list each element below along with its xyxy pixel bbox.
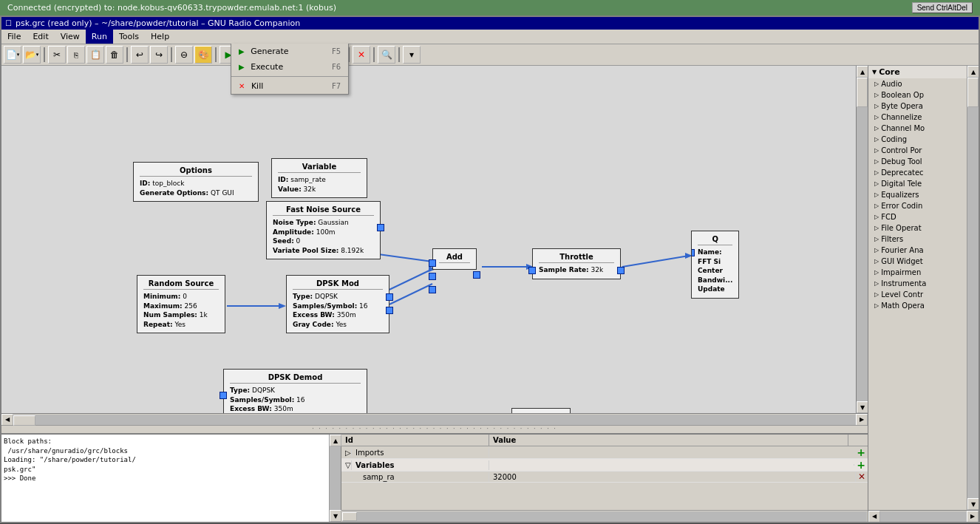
props-imports-id: Imports <box>352 448 489 457</box>
tree-item-controlpor[interactable]: ▷ Control Por <box>868 145 967 156</box>
props-hscroll-track[interactable] <box>342 511 867 522</box>
tree-item-fcd[interactable]: ▷ FCD <box>868 211 967 222</box>
tree-hscroll-track[interactable] <box>880 511 967 522</box>
tree-hscroll-left[interactable]: ◀ <box>868 511 880 523</box>
new-button[interactable]: 📄▾ <box>4 46 21 64</box>
tree-hscroll[interactable]: ◀ ▶ <box>868 510 979 522</box>
tree-item-booleanop[interactable]: ▷ Boolean Op <box>868 89 967 101</box>
delete-button[interactable]: 🗑 <box>106 46 123 64</box>
canvas-vscroll[interactable]: ▲ ▼ <box>856 66 868 413</box>
send-ctrl-alt-del-button[interactable]: Send CtrlAltDel <box>912 2 973 13</box>
log-vscroll[interactable]: ▲ ▼ <box>329 435 341 522</box>
log-vscroll-track[interactable] <box>330 446 341 510</box>
null-sink-block[interactable]: Null Sink <box>511 408 571 413</box>
search-button[interactable]: 🔍 <box>378 46 395 64</box>
q-in-port <box>691 249 695 256</box>
redo-button[interactable]: ↪ <box>150 46 168 64</box>
kill-icon: ✕ <box>239 82 245 90</box>
tree-vscroll[interactable]: ▲ ▼ <box>967 66 979 510</box>
zoom-color-button[interactable]: 🎨 <box>194 46 212 64</box>
close-x-button[interactable]: ✕ <box>353 46 370 64</box>
tree-vscroll-down[interactable]: ▼ <box>967 498 979 510</box>
random-source-block[interactable]: Random Source Minimum: 0 Maximum: 256 Nu… <box>137 275 225 333</box>
open-button[interactable]: 📂▾ <box>23 46 41 64</box>
throttle-title: Throttle <box>539 253 614 263</box>
options-title: Options <box>140 166 252 177</box>
canvas-vscroll-up[interactable]: ▲ <box>857 66 868 78</box>
tree-fcd-arrow: ▷ <box>874 214 879 220</box>
undo-button[interactable]: ↩ <box>131 46 149 64</box>
dpsk-mod-block[interactable]: DPSK Mod Type: DQPSK Samples/Symbol: 16 … <box>286 275 389 333</box>
splitter[interactable]: · · · · · · · · · · · · · · · · · · · · … <box>1 425 868 433</box>
tree-item-levelcontr[interactable]: ▷ Level Contr <box>868 289 967 300</box>
canvas-vscroll-thumb[interactable] <box>857 78 868 107</box>
menu-edit[interactable]: Edit <box>27 30 54 44</box>
tree-item-impairmen[interactable]: ▷ Impairmen <box>868 267 967 278</box>
expand-button[interactable]: ▾ <box>403 46 421 64</box>
menu-run[interactable]: Run <box>86 30 113 44</box>
tree-digitaltele-arrow: ▷ <box>874 180 879 187</box>
copy-button[interactable]: ⎘ <box>67 46 85 64</box>
tree-item-mathopera[interactable]: ▷ Math Opera <box>868 300 967 311</box>
dpsk-demod-block[interactable]: DPSK Demod Type: DQPSK Samples/Symbol: 1… <box>223 369 367 413</box>
menu-view[interactable]: View <box>55 30 86 44</box>
props-imports-expand[interactable]: ▷ <box>341 448 352 457</box>
tree-item-debugtool[interactable]: ▷ Debug Tool <box>868 156 967 167</box>
tree-root-core[interactable]: ▼ Core <box>868 66 967 78</box>
flow-canvas[interactable]: Options ID: top_block Generate Options: … <box>1 66 856 413</box>
tree-item-deprecated[interactable]: ▷ Deprecatec <box>868 167 967 178</box>
canvas-vscroll-down[interactable]: ▼ <box>857 401 868 413</box>
tree-item-audio[interactable]: ▷ Audio <box>868 78 967 89</box>
tree-equalizers-arrow: ▷ <box>874 191 879 198</box>
log-vscroll-up[interactable]: ▲ <box>330 435 341 446</box>
props-row-samprate: samp_ra 32000 ✕ <box>341 472 868 483</box>
tree-vscroll-track[interactable] <box>967 78 979 498</box>
variable-block[interactable]: Variable ID: samp_rate Value: 32k <box>271 158 367 198</box>
canvas-hscroll-track[interactable] <box>13 415 856 425</box>
options-block[interactable]: Options ID: top_block Generate Options: … <box>133 162 259 202</box>
q-block[interactable]: Q Name: FFT Si Center Bandwi... Update <box>691 231 739 299</box>
dpsk-mod-bw: Excess BW: 350m <box>293 310 383 320</box>
add-in-port1 <box>429 259 436 267</box>
dpsk-mod-out-port1 <box>386 293 393 301</box>
canvas-hscroll-thumb[interactable] <box>13 415 35 426</box>
menu-kill[interactable]: ✕ Kill F7 <box>231 78 348 94</box>
paste-button[interactable]: 📋 <box>86 46 104 64</box>
canvas-hscroll-right[interactable]: ▶ <box>856 414 868 426</box>
tree-item-byteopera[interactable]: ▷ Byte Opera <box>868 101 967 112</box>
tree-item-guiwidget[interactable]: ▷ GUI Widget <box>868 256 967 267</box>
menu-help[interactable]: Help <box>145 30 175 44</box>
tree-item-fourierana[interactable]: ▷ Fourier Ana <box>868 245 967 256</box>
generate-shortcut: F5 <box>332 47 341 55</box>
tree-item-channelmo[interactable]: ▷ Channel Mo <box>868 123 967 134</box>
canvas-vscroll-track[interactable] <box>857 78 868 401</box>
tree-vscroll-up[interactable]: ▲ <box>967 66 979 78</box>
tree-item-equalizers[interactable]: ▷ Equalizers <box>868 189 967 200</box>
zoom-out-button[interactable]: ⊖ <box>175 46 193 64</box>
throttle-block[interactable]: Throttle Sample Rate: 32k <box>532 248 621 279</box>
tree-item-coding[interactable]: ▷ Coding <box>868 134 967 145</box>
tree-item-filters[interactable]: ▷ Filters <box>868 234 967 245</box>
tree-item-fileoperat[interactable]: ▷ File Operat <box>868 222 967 234</box>
tree-hscroll-right[interactable]: ▶ <box>967 511 979 523</box>
canvas-hscroll-left[interactable]: ◀ <box>1 414 13 426</box>
menu-generate[interactable]: ▶ Generate F5 <box>231 44 348 59</box>
menu-execute[interactable]: ▶ Execute F6 <box>231 59 348 75</box>
tree-vscroll-thumb[interactable] <box>967 78 979 107</box>
tree-item-errorcodin[interactable]: ▷ Error Codin <box>868 200 967 211</box>
cut-button[interactable]: ✂ <box>48 46 66 64</box>
tree-item-channelize[interactable]: ▷ Channelize <box>868 112 967 123</box>
props-variables-expand[interactable]: ▽ <box>341 460 352 470</box>
canvas-hscroll[interactable]: ◀ ▶ <box>1 413 868 425</box>
props-samprate-close[interactable]: ✕ <box>856 472 868 482</box>
log-vscroll-down[interactable]: ▼ <box>330 510 341 522</box>
menu-tools[interactable]: Tools <box>113 30 145 44</box>
tree-item-digitaltele[interactable]: ▷ Digital Tele <box>868 178 967 189</box>
props-imports-add[interactable]: + <box>854 446 868 458</box>
tree-item-instrumenta[interactable]: ▷ Instrumenta <box>868 278 967 289</box>
fast-noise-block[interactable]: Fast Noise Source Noise Type: Gaussian A… <box>266 201 381 259</box>
menu-file[interactable]: File <box>1 30 27 44</box>
props-variables-add[interactable]: + <box>854 459 868 471</box>
props-hscroll-thumb[interactable] <box>342 512 357 521</box>
add-block[interactable]: Add <box>432 248 477 270</box>
